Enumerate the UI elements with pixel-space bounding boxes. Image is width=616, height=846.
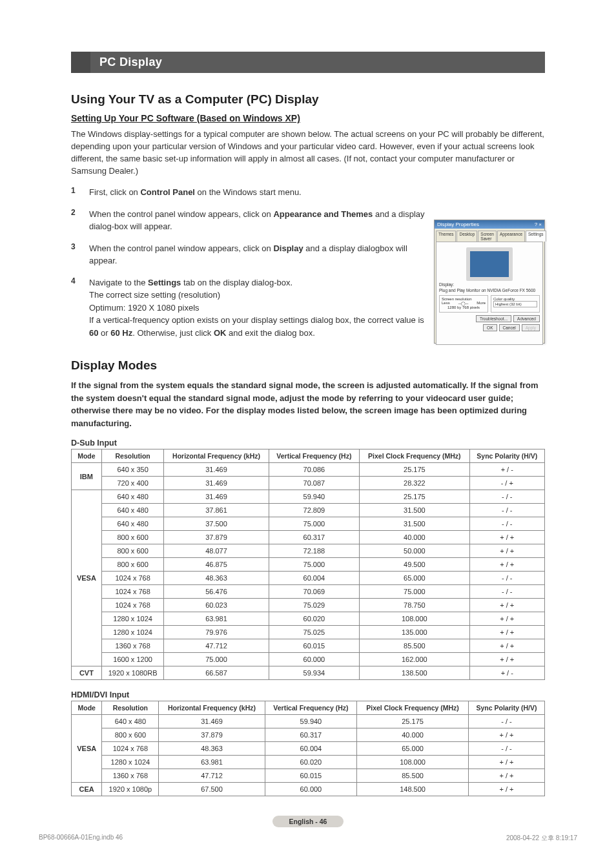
table-cell: 1920 x 1080RB [101, 666, 164, 680]
ok-button: OK [483, 324, 497, 331]
cancel-button: Cancel [499, 324, 520, 331]
step-2: 2 When the control panel window appears,… [71, 208, 433, 233]
table-cell: 25.175 [360, 463, 469, 477]
table-cell: 162.000 [360, 653, 469, 666]
table-row: 800 x 60037.87960.31740.000+ / + [72, 531, 545, 544]
mode-cell: CEA [72, 783, 102, 796]
table-row: 1024 x 76856.47670.06975.000- / - [72, 585, 545, 599]
table-cell: + / + [469, 558, 544, 572]
table-cell: 1280 x 1024 [101, 626, 164, 639]
table-header: Mode [72, 701, 102, 715]
table-cell: 25.175 [357, 715, 469, 728]
table-row: 800 x 60046.87575.00049.500+ / + [72, 558, 545, 572]
table-cell: 800 x 600 [101, 531, 164, 544]
dialog-tab: Appearance [497, 231, 525, 242]
subtitle-setup: Setting Up Your PC Software (Based on Wi… [71, 113, 545, 123]
table-cell: 28.322 [360, 477, 469, 490]
table-cell: 138.500 [360, 666, 469, 680]
table-row: 800 x 60037.87960.31740.000+ / + [72, 728, 545, 742]
footer-left: BP68-00666A-01Eng.indb 46 [39, 834, 123, 843]
advanced-button: Advanced [513, 315, 540, 322]
table-cell: 37.861 [164, 504, 269, 517]
dialog-tab: Themes [436, 231, 456, 242]
table-cell: 48.363 [164, 572, 269, 585]
table-cell: 60.020 [269, 612, 360, 626]
table-cell: - / - [469, 585, 544, 599]
table-row: CVT1920 x 1080RB66.58759.934138.500+ / - [72, 666, 545, 680]
table-cell: 108.000 [357, 756, 469, 769]
table-cell: + / - [469, 463, 544, 477]
table-cell: 1360 x 768 [101, 639, 164, 653]
table-cell: 60.023 [164, 599, 269, 612]
table-cell: 1024 x 768 [101, 585, 164, 599]
table-cell: + / + [469, 612, 544, 626]
display-modes-title: Display Modes [71, 358, 545, 373]
table-cell: 1024 x 768 [102, 742, 159, 756]
step-number: 4 [71, 276, 80, 340]
table-cell: 108.000 [360, 612, 469, 626]
table-cell: 1360 x 768 [102, 769, 159, 783]
table-cell: - / + [469, 477, 544, 490]
table-cell: 31.469 [159, 715, 265, 728]
table-cell: 25.175 [360, 490, 469, 504]
table-cell: 78.750 [360, 599, 469, 612]
mode-cell: VESA [72, 490, 102, 666]
dialog-tab: Desktop [457, 231, 477, 242]
table-header: Vertical Frequency (Hz) [269, 449, 360, 463]
step-3: 3 When the control panel window appears,… [71, 242, 433, 267]
table-cell: 65.000 [360, 572, 469, 585]
table-cell: 1920 x 1080p [102, 783, 159, 796]
table-row: 1280 x 102463.98160.020108.000+ / + [72, 756, 545, 769]
table-cell: 59.940 [269, 490, 360, 504]
dialog-tab: Screen Saver [478, 231, 497, 242]
table-cell: - / - [469, 517, 544, 531]
table-cell: 70.086 [269, 463, 360, 477]
table-cell: + / + [469, 544, 544, 558]
table-cell: 31.469 [164, 490, 269, 504]
page-badge: English - 46 [272, 816, 344, 827]
table-cell: - / - [469, 572, 544, 585]
table-cell: 60.317 [265, 728, 356, 742]
table-cell: 31.469 [164, 463, 269, 477]
table-cell: 148.500 [357, 783, 469, 796]
table-cell: 56.476 [164, 585, 269, 599]
intro-paragraph: The Windows display-settings for a typic… [71, 129, 545, 177]
table-cell: 72.809 [269, 504, 360, 517]
step-body: When the control panel window appears, c… [89, 208, 433, 233]
table-cell: 800 x 600 [101, 558, 164, 572]
step-1: 1 First, click on Control Panel on the W… [71, 186, 433, 199]
table-header: Pixel Clock Frequency (MHz) [357, 701, 469, 715]
footer-right: 2008-04-22 오후 8:19:17 [506, 834, 577, 843]
table-cell: + / - [469, 666, 544, 680]
table-cell: 135.000 [360, 626, 469, 639]
table-cell: 60.004 [265, 742, 356, 756]
table-cell: 75.025 [269, 626, 360, 639]
table-cell: 640 x 350 [101, 463, 164, 477]
display-modes-note: If the signal from the system equals the… [71, 379, 545, 429]
table-row: VESA640 x 48031.46959.94025.175- / - [72, 490, 545, 504]
table-cell: 75.000 [360, 585, 469, 599]
troubleshoot-button: Troubleshoot... [476, 315, 511, 322]
dialog-tab-active: Settings [526, 231, 546, 242]
screen-resolution-group: Screen resolution Less─◯─More 1280 by 76… [439, 295, 488, 313]
step-body: First, click on Control Panel on the Win… [89, 186, 433, 199]
table-header: Pixel Clock Frequency (MHz) [360, 449, 469, 463]
table-row: CEA1920 x 1080p67.50060.000148.500+ / + [72, 783, 545, 796]
display-value: Plug and Play Monitor on NVIDIA GeForce … [439, 288, 540, 293]
page-title: Using Your TV as a Computer (PC) Display [71, 92, 545, 107]
table-cell: - / - [469, 490, 544, 504]
table-cell: 1600 x 1200 [101, 653, 164, 666]
table-row: 1024 x 76848.36360.00465.000- / - [72, 742, 545, 756]
table-cell: 85.500 [357, 769, 469, 783]
mode-cell: CVT [72, 666, 102, 680]
dialog-panel: Display: Plug and Play Monitor on NVIDIA… [436, 242, 543, 345]
table-row: 1360 x 76847.71260.01585.500+ / + [72, 639, 545, 653]
table-cell: 48.077 [164, 544, 269, 558]
table-row: VESA640 x 48031.46959.94025.175- / - [72, 715, 545, 728]
table-cell: 31.500 [360, 517, 469, 531]
table-cell: - / - [469, 504, 544, 517]
table-cell: + / + [469, 599, 544, 612]
table-cell: 66.587 [164, 666, 269, 680]
mode-cell: VESA [72, 715, 102, 783]
table-cell: + / + [468, 769, 544, 783]
